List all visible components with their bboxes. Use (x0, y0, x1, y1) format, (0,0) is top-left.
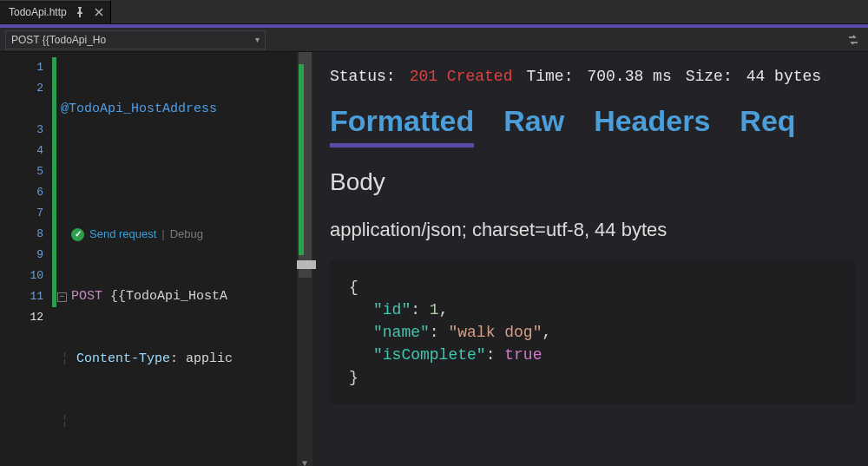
fold-toggle-icon[interactable]: − (57, 292, 67, 302)
send-request-link[interactable]: Send request (89, 224, 156, 245)
line-number: 5 (0, 161, 43, 182)
scroll-down-icon[interactable]: ▼ (297, 454, 312, 466)
code-line (61, 161, 312, 182)
size-value: 44 bytes (746, 68, 821, 85)
json-key: "isComplete" (373, 346, 486, 364)
tab-headers[interactable]: Headers (594, 104, 710, 148)
line-number: 12 (0, 307, 43, 328)
status-value: 201 Created (410, 68, 513, 85)
tab-request[interactable]: Req (740, 104, 795, 148)
size-label: Size: (686, 68, 733, 85)
line-number: 10 (0, 266, 43, 286)
line-number: 7 (0, 203, 43, 224)
brace: { (349, 279, 358, 296)
json-number: 1 (430, 301, 439, 318)
close-icon[interactable] (93, 6, 105, 18)
pin-icon[interactable] (74, 6, 86, 18)
line-number (0, 99, 43, 120)
line-number: 3 (0, 120, 43, 141)
variable-token: @TodoApi_HostAddress (61, 99, 217, 120)
body-heading: Body (330, 168, 856, 196)
json-string: "walk dog" (448, 324, 542, 341)
json-bool: true (504, 346, 542, 364)
app-root: TodoApi.http POST {{TodoApi_Ho ▾ 1 2 (0, 0, 868, 466)
json-key: "name" (373, 324, 430, 341)
line-number: 1 (0, 57, 43, 78)
change-marker (299, 64, 304, 255)
line-number: 9 (0, 245, 43, 266)
line-number: 8 (0, 224, 43, 245)
response-pane: Status: 201 Created Time: 700.38 ms Size… (312, 52, 868, 466)
tab-formatted[interactable]: Formatted (330, 104, 474, 148)
code-line: − POST {{TodoApi_HostA (61, 286, 312, 307)
tab-bar: TodoApi.http (0, 0, 868, 24)
check-circle-icon: ✓ (71, 228, 84, 241)
code-line: ¦ (61, 411, 312, 432)
code-line: ¦ Content-Type : applic (61, 349, 312, 370)
swap-panes-icon[interactable] (844, 30, 863, 49)
code-editor[interactable]: 1 2 3 4 5 6 7 8 9 10 11 12 @TodoApi_Host… (0, 52, 312, 466)
main-split: 1 2 3 4 5 6 7 8 9 10 11 12 @TodoApi_Host… (0, 52, 868, 466)
dropdown-text: POST {{TodoApi_Ho (11, 34, 106, 46)
code-lens: ✓ Send request | Debug (61, 224, 312, 245)
splitter-handle[interactable] (297, 260, 316, 269)
url-token: {{TodoApi_HostA (102, 286, 227, 307)
header-value-token: : applic (170, 349, 233, 370)
document-tab[interactable]: TodoApi.http (0, 0, 111, 23)
chevron-down-icon: ▾ (255, 35, 260, 44)
line-number: 6 (0, 182, 43, 203)
pipe: | (161, 224, 164, 245)
time-label: Time: (526, 68, 573, 85)
line-number-gutter: 1 2 3 4 5 6 7 8 9 10 11 12 (0, 52, 52, 466)
brace: } (349, 369, 358, 386)
change-indicator (52, 57, 56, 307)
method-token: POST (71, 286, 102, 307)
code-area[interactable]: @TodoApi_HostAddress ✓ Send request | De… (52, 52, 312, 466)
json-key: "id" (373, 301, 411, 318)
header-name-token: Content-Type (76, 349, 170, 370)
document-toolbar: POST {{TodoApi_Ho ▾ (0, 28, 868, 52)
line-number: 2 (0, 78, 43, 99)
body-meta: application/json; charset=utf-8, 44 byte… (330, 219, 856, 241)
line-number: 11 (0, 286, 43, 307)
time-value: 700.38 ms (587, 68, 671, 85)
status-line: Status: 201 Created Time: 700.38 ms Size… (330, 68, 856, 85)
status-label: Status: (330, 68, 396, 85)
editor-scrollbar[interactable]: ▲ ▼ (297, 52, 312, 466)
response-tabs: Formatted Raw Headers Req (330, 104, 856, 148)
line-number: 4 (0, 141, 43, 161)
request-selector-dropdown[interactable]: POST {{TodoApi_Ho ▾ (5, 30, 266, 49)
response-body-json: { "id": 1, "name": "walk dog", "isComple… (330, 260, 856, 404)
code-line: @TodoApi_HostAddress (61, 99, 312, 120)
tab-title: TodoApi.http (9, 6, 67, 18)
code-lines: @TodoApi_HostAddress ✓ Send request | De… (61, 57, 312, 466)
tab-raw[interactable]: Raw (503, 104, 564, 148)
debug-link[interactable]: Debug (170, 224, 203, 245)
